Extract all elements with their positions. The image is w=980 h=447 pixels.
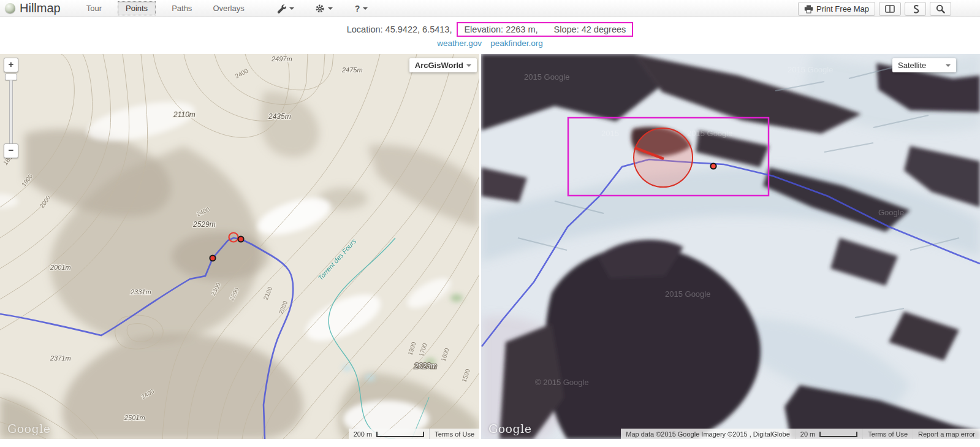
peakfinder-link[interactable]: peakfinder.org bbox=[490, 39, 543, 48]
wrench-icon bbox=[276, 4, 286, 13]
elevation-readout: Elevation: 2263 m, bbox=[464, 25, 537, 34]
zoom-in-button[interactable]: + bbox=[4, 58, 18, 72]
tab-paths[interactable]: Paths bbox=[167, 1, 197, 15]
help-label: ? bbox=[355, 4, 360, 13]
google-logo: Google bbox=[7, 422, 51, 435]
tools-menu[interactable] bbox=[276, 4, 294, 13]
svg-text:© 2015 Google: © 2015 Google bbox=[535, 378, 589, 387]
zoom-control: + − bbox=[4, 58, 20, 158]
svg-text:2475m: 2475m bbox=[341, 66, 363, 74]
brand-label: Hillmap bbox=[20, 1, 61, 15]
right-layer-selector[interactable]: Satellite bbox=[892, 58, 956, 72]
topo-map-canvas[interactable]: Torrent des Fours 2497m 2475m 2110m 2435… bbox=[0, 54, 479, 439]
report-map-error-link[interactable]: Report a map error bbox=[913, 429, 980, 439]
search-icon bbox=[936, 4, 945, 13]
slope-readout: Slope: 42 degrees bbox=[554, 25, 626, 34]
svg-text:2015 Google: 2015 Google bbox=[665, 289, 710, 299]
satellite-map-pane[interactable]: 2015 Google 2015 2015 Google 2015 Google… bbox=[481, 54, 980, 439]
svg-text:2015: 2015 bbox=[601, 129, 619, 138]
share-link-button[interactable] bbox=[905, 2, 926, 16]
google-logo: Google bbox=[488, 422, 532, 435]
svg-text:2001m: 2001m bbox=[50, 264, 71, 271]
help-menu[interactable]: ? bbox=[355, 4, 368, 13]
svg-text:2015 Google: 2015 Google bbox=[788, 65, 833, 74]
zoom-slider-handle[interactable] bbox=[5, 74, 17, 80]
svg-text:2023m: 2023m bbox=[414, 362, 437, 370]
scale-label: 20 m bbox=[800, 430, 815, 438]
tab-tour[interactable]: Tour bbox=[82, 1, 107, 15]
svg-text:2497m: 2497m bbox=[271, 55, 292, 63]
svg-text:2110m: 2110m bbox=[173, 110, 196, 119]
top-navbar: Hillmap Tour Points Paths Overlays ? bbox=[0, 0, 980, 17]
gear-icon bbox=[315, 4, 325, 13]
zoom-slider-track[interactable] bbox=[9, 80, 13, 143]
chevron-down-icon bbox=[328, 7, 333, 10]
point-marker[interactable] bbox=[210, 255, 215, 261]
hillmap-brand[interactable]: Hillmap bbox=[5, 1, 61, 15]
settings-menu[interactable] bbox=[315, 4, 333, 13]
chevron-down-icon bbox=[289, 7, 294, 10]
chevron-down-icon bbox=[466, 64, 471, 67]
hillmap-logo-icon bbox=[5, 3, 15, 13]
tab-points[interactable]: Points bbox=[118, 1, 156, 15]
split-view-button[interactable] bbox=[879, 2, 901, 16]
elevation-slope-highlight-box: Elevation: 2263 m, Slope: 42 degrees bbox=[457, 22, 633, 37]
location-readout: Location: 45.9422, 6.5413, bbox=[347, 25, 452, 34]
print-free-map-button[interactable]: Print Free Map bbox=[798, 2, 875, 16]
svg-text:2331m: 2331m bbox=[130, 288, 151, 296]
svg-text:2015 Google: 2015 Google bbox=[687, 129, 732, 138]
search-button[interactable] bbox=[930, 2, 951, 16]
scale-control: 200 m bbox=[349, 429, 430, 439]
scale-bar bbox=[819, 432, 857, 437]
terms-of-use-link[interactable]: Terms of Use bbox=[862, 429, 913, 439]
printer-icon bbox=[804, 5, 813, 13]
zoom-out-button[interactable]: − bbox=[4, 143, 18, 158]
svg-text:2501m: 2501m bbox=[124, 414, 145, 421]
svg-text:2435m: 2435m bbox=[268, 112, 291, 121]
topo-map-pane[interactable]: Torrent des Fours 2497m 2475m 2110m 2435… bbox=[0, 54, 479, 439]
svg-text:2371m: 2371m bbox=[50, 354, 71, 362]
terms-of-use-link[interactable]: Terms of Use bbox=[429, 429, 479, 439]
scale-bar bbox=[376, 432, 424, 437]
right-layer-label: Satellite bbox=[898, 61, 926, 70]
point-marker[interactable] bbox=[710, 163, 716, 169]
scale-control: 20 m bbox=[795, 429, 862, 439]
map-data-attribution: Map data ©2015 Google Imagery ©2015 , Di… bbox=[621, 429, 795, 439]
split-view-icon bbox=[885, 5, 895, 13]
satellite-map-canvas[interactable]: 2015 Google 2015 2015 Google 2015 Google… bbox=[481, 54, 980, 439]
point-marker[interactable] bbox=[238, 236, 243, 242]
tab-overlays[interactable]: Overlays bbox=[208, 1, 249, 15]
left-layer-label: ArcGisWorld bbox=[415, 61, 463, 70]
navbar-right-buttons: Print Free Map bbox=[794, 2, 951, 16]
svg-text:2529m: 2529m bbox=[192, 220, 216, 229]
left-map-attribution: 200 m Terms of Use bbox=[349, 429, 479, 439]
scale-label: 200 m bbox=[354, 430, 373, 438]
chevron-down-icon bbox=[946, 64, 951, 67]
link-icon bbox=[911, 4, 920, 14]
left-layer-selector[interactable]: ArcGisWorld bbox=[409, 58, 477, 72]
svg-text:2015 Google: 2015 Google bbox=[524, 72, 569, 82]
weather-gov-link[interactable]: weather.gov bbox=[437, 39, 482, 48]
right-map-attribution: Map data ©2015 Google Imagery ©2015 , Di… bbox=[621, 429, 980, 439]
chevron-down-icon bbox=[363, 7, 368, 10]
svg-text:Google: Google bbox=[878, 208, 904, 217]
nav-tabs: Tour Points Paths Overlays ? bbox=[82, 1, 382, 15]
print-button-label: Print Free Map bbox=[816, 4, 869, 13]
point-info-bar: Location: 45.9422, 6.5413, Elevation: 22… bbox=[0, 17, 980, 54]
